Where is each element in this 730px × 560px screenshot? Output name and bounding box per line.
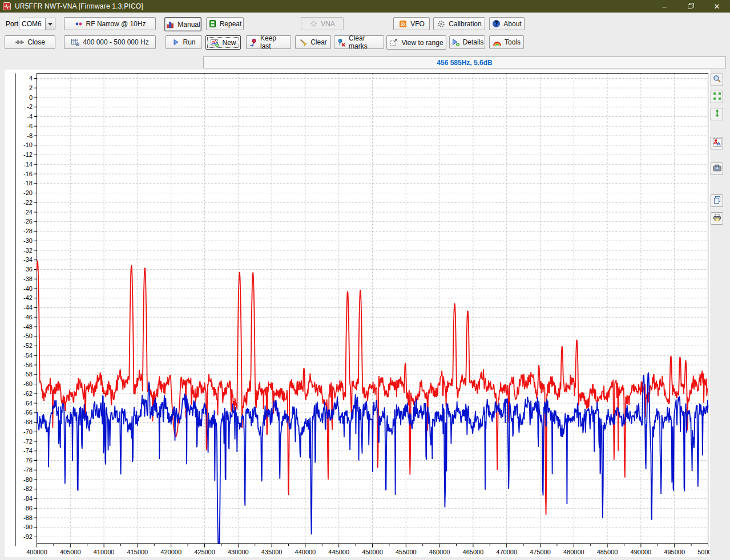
- y-axis-label: -42: [23, 294, 33, 301]
- y-axis-label: 2: [29, 84, 33, 91]
- svg-text:?: ?: [494, 20, 498, 27]
- y-axis-label: -22: [23, 199, 33, 206]
- close-port-button[interactable]: Close: [5, 35, 55, 49]
- y-axis-label: -86: [23, 505, 33, 512]
- x-axis-label: 435000: [261, 549, 283, 555]
- fit-view-icon: [713, 92, 721, 103]
- question-icon: ?: [492, 19, 501, 28]
- y-axis-label: -34: [23, 256, 33, 263]
- calibration-button[interactable]: Calibration: [433, 17, 485, 30]
- y-axis-label: -52: [23, 342, 33, 349]
- vna-button[interactable]: VNA: [301, 17, 344, 30]
- y-axis-label: -90: [23, 524, 33, 530]
- y-axis-label: -46: [23, 314, 33, 320]
- restore-button[interactable]: [677, 0, 704, 13]
- bar-chart-icon: [166, 20, 175, 29]
- y-axis-label: -62: [23, 390, 33, 397]
- snapshot-icon: [713, 164, 721, 175]
- app-window: UR5FFR NWT-VNA [Firmware 1.3;PICO] – ✕ P…: [0, 0, 730, 560]
- y-axis-label: -26: [23, 218, 33, 225]
- port-value: COM6: [19, 20, 45, 28]
- plot-frame: [37, 74, 708, 544]
- y-axis-label: -80: [23, 476, 33, 483]
- y-axis-label: -76: [23, 457, 33, 464]
- rf-mode-button[interactable]: RF Narrow @ 10Hz: [64, 17, 156, 30]
- y-axis-label: -20: [23, 189, 33, 196]
- y-axis-label: -92: [23, 533, 33, 540]
- view-range-icon: [389, 38, 398, 47]
- pin-icon: [249, 38, 257, 47]
- y-axis-label: -40: [23, 285, 33, 292]
- y-axis-label: -14: [23, 161, 33, 168]
- vfo-button[interactable]: VFO: [393, 17, 430, 30]
- fit-vertical-button[interactable]: [711, 108, 723, 120]
- rainbow-icon: [493, 38, 502, 46]
- details-button[interactable]: Details: [449, 35, 485, 49]
- print-button[interactable]: [711, 212, 723, 225]
- y-axis-label: -78: [23, 466, 33, 473]
- x-axis-label: 475000: [530, 549, 551, 555]
- port-select[interactable]: COM6: [19, 18, 55, 30]
- trace-image-icon: [713, 138, 721, 149]
- clear-marks-button[interactable]: Clear marks: [334, 35, 384, 49]
- y-axis-label: -36: [23, 266, 33, 273]
- y-axis-label: -8: [27, 132, 33, 139]
- trace-image-button[interactable]: [711, 137, 723, 149]
- copy-button[interactable]: [711, 194, 723, 207]
- y-axis-label: -74: [23, 447, 33, 454]
- y-axis-label: -32: [23, 247, 33, 254]
- y-axis-label: -12: [23, 151, 33, 158]
- x-axis-label: 460000: [429, 549, 450, 555]
- repeat-button[interactable]: Repeat: [206, 17, 244, 30]
- keep-last-button[interactable]: Keep last: [246, 35, 291, 49]
- snapshot-button[interactable]: [711, 163, 723, 175]
- y-axis-label: -10: [23, 141, 33, 148]
- spectrum-chart[interactable]: 420-2-4-6-8-10-12-14-16-18-20-22-24-26-2…: [5, 70, 710, 557]
- zoom-button[interactable]: [711, 74, 723, 86]
- view-to-range-button[interactable]: View to range: [386, 35, 446, 50]
- vna-sparkle-icon: [309, 19, 318, 28]
- y-axis-label: -50: [23, 332, 33, 339]
- close-window-button[interactable]: ✕: [704, 0, 730, 13]
- x-axis-label: 450000: [362, 549, 383, 555]
- y-axis-label: -16: [23, 171, 33, 177]
- y-axis-label: -38: [23, 275, 33, 282]
- x-axis-label: 425000: [194, 549, 215, 555]
- y-axis-label: -72: [23, 438, 33, 445]
- print-icon: [713, 213, 721, 224]
- y-axis-label: -82: [23, 485, 33, 492]
- new-button[interactable]: New: [205, 35, 241, 50]
- y-axis-label: -88: [23, 514, 33, 521]
- dropdown-arrow-icon[interactable]: [45, 18, 55, 30]
- play-icon: [172, 38, 180, 46]
- y-axis-label: -4: [27, 113, 33, 120]
- tools-button[interactable]: Tools: [489, 35, 524, 49]
- y-axis-label: -30: [23, 237, 33, 244]
- fit-view-button[interactable]: [711, 91, 723, 103]
- minimize-button[interactable]: –: [651, 0, 677, 13]
- manual-button[interactable]: Manual: [164, 17, 201, 31]
- clear-marks-icon: [337, 38, 346, 47]
- x-axis-label: 490000: [631, 549, 652, 555]
- x-axis-label: 495000: [664, 549, 685, 555]
- range-table-icon: [71, 38, 80, 47]
- y-axis-label: -70: [23, 428, 33, 435]
- clear-button[interactable]: Clear: [295, 35, 331, 49]
- repeat-icon: [208, 19, 217, 28]
- new-chart-icon: [210, 38, 219, 47]
- x-axis-label: 480000: [563, 549, 584, 555]
- y-axis-label: -66: [23, 409, 33, 416]
- gear-icon: [437, 19, 446, 29]
- frequency-range-button[interactable]: 400 000 - 500 000 Hz: [64, 35, 156, 49]
- x-axis-label: 485000: [597, 549, 618, 555]
- x-axis-label: 400000: [26, 549, 47, 555]
- x-axis-label: 440000: [295, 549, 316, 555]
- zoom-icon: [713, 75, 721, 86]
- about-button[interactable]: ? About: [489, 17, 525, 30]
- y-axis-label: -58: [23, 371, 33, 378]
- plug-icon: [15, 38, 25, 46]
- run-button[interactable]: Run: [166, 35, 202, 49]
- window-title: UR5FFR NWT-VNA [Firmware 1.3;PICO]: [15, 2, 143, 10]
- app-icon: [3, 2, 11, 10]
- x-axis-label: 455000: [396, 549, 417, 555]
